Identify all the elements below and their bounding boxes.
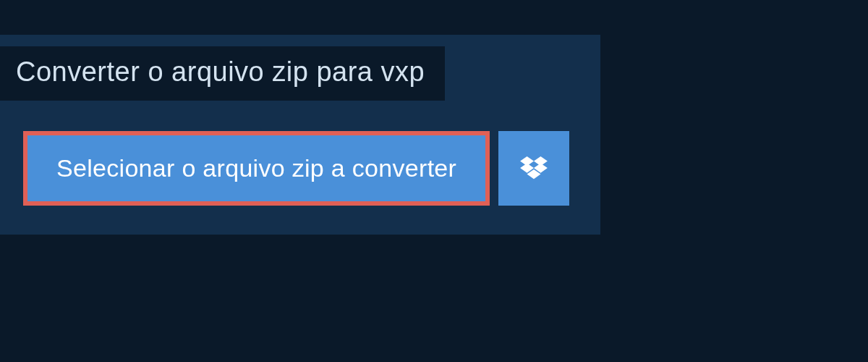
converter-panel: Converter o arquivo zip para vxp Selecio… <box>0 35 600 235</box>
dropbox-icon <box>520 156 548 181</box>
title-bar: Converter o arquivo zip para vxp <box>0 46 445 101</box>
page-title: Converter o arquivo zip para vxp <box>16 56 425 87</box>
dropbox-button[interactable] <box>498 131 569 206</box>
button-row: Selecionar o arquivo zip a converter <box>23 131 600 206</box>
select-file-label: Selecionar o arquivo zip a converter <box>56 154 456 182</box>
select-file-button[interactable]: Selecionar o arquivo zip a converter <box>23 131 490 206</box>
